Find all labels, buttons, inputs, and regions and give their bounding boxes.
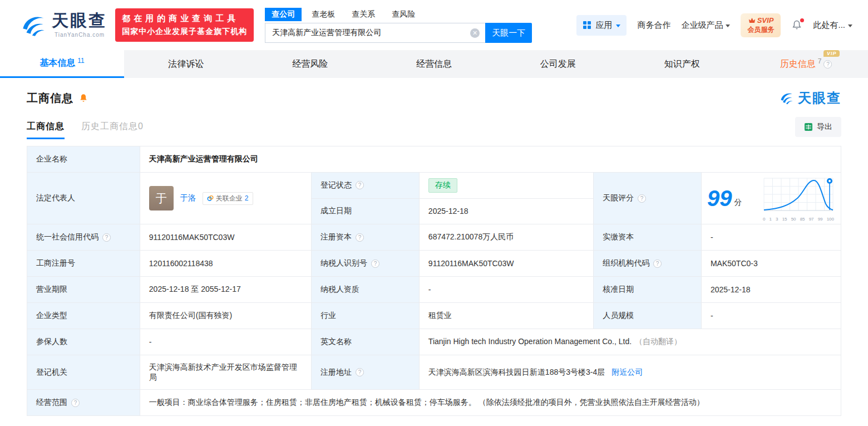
help-icon[interactable] [102, 233, 111, 242]
company-type-label: 企业类型 [27, 303, 140, 329]
account-menu[interactable]: 此处有... [813, 20, 852, 31]
business-scope-value: 一般项目：商业综合体管理服务；住房租赁；非居住房地产租赁；机械设备租赁；停车场服… [140, 390, 841, 416]
score-value: 99 [707, 187, 732, 209]
section-title: 工商信息 [27, 91, 73, 106]
help-icon[interactable] [71, 399, 80, 407]
tab-label: 基本信息 [40, 57, 75, 69]
tab-operation-info[interactable]: 经营信息 [372, 50, 496, 78]
help-icon[interactable] [638, 194, 646, 203]
export-button[interactable]: 导出 [795, 117, 841, 137]
header-right: 应用 商务合作 企业级产品 SVIP 会员服务 [576, 13, 852, 37]
help-icon[interactable] [356, 181, 364, 189]
help-icon[interactable] [356, 368, 364, 376]
svip-membership[interactable]: SVIP 会员服务 [741, 13, 781, 37]
business-scope-label: 经营范围 [27, 390, 140, 416]
tab-label: 历史信息 [780, 58, 816, 70]
search-tab-relation[interactable]: 查关系 [345, 8, 382, 21]
search-input-wrap [265, 23, 485, 43]
help-icon[interactable] [371, 259, 379, 268]
notification-bell[interactable] [791, 19, 802, 31]
tab-history-info[interactable]: 历史信息 7 VIP [744, 50, 868, 78]
tab-label: 经营信息 [416, 58, 452, 70]
search-bar: 天眼一下 [265, 23, 532, 43]
svip-subtitle: 会员服务 [747, 25, 774, 35]
paid-in-capital-value: - [701, 224, 841, 251]
legal-rep-avatar[interactable]: 于 [149, 186, 174, 210]
watermark-text: 天眼查 [798, 89, 841, 107]
search-tab-boss[interactable]: 查老板 [305, 8, 342, 21]
main-content: 工商信息 天眼查 工商信息 历史工商信息0 导出 [0, 89, 868, 416]
business-info-table: 企业名称 天津高新产业运营管理有限公司 法定代表人 于 于洛 关联企业 2 [27, 146, 841, 416]
tab-operation-risk[interactable]: 经营风险 [248, 50, 372, 78]
org-code-value: MAK50TC0-3 [701, 251, 841, 277]
table-row: 工商注册号 120116002118438 纳税人识别号 91120116MAK… [27, 251, 841, 277]
tab-basic-info[interactable]: 基本信息 11 [0, 50, 124, 78]
company-name-label: 企业名称 [27, 146, 140, 173]
related-label: 关联企业 [216, 194, 243, 203]
business-term-label: 营业期限 [27, 277, 140, 303]
tab-intellectual-property[interactable]: 知识产权 [620, 50, 744, 78]
chevron-down-icon [726, 25, 730, 27]
section-header: 工商信息 天眼查 [27, 89, 841, 107]
tianyancha-watermark-icon [779, 90, 795, 106]
legal-rep-name-link[interactable]: 于洛 [180, 193, 196, 203]
help-icon[interactable] [823, 60, 832, 68]
taxpayer-id-label: 纳税人识别号 [312, 251, 420, 277]
related-companies-badge[interactable]: 关联企业 2 [203, 192, 253, 205]
apps-menu[interactable]: 应用 [576, 15, 627, 36]
business-cooperation-link[interactable]: 商务合作 [637, 20, 670, 31]
taxpayer-qualification-value: - [419, 277, 593, 303]
company-type-value: 有限责任公司(国有独资) [140, 303, 311, 329]
registered-address-value: 天津滨海高新区滨海科技园日新道188号3号楼3-4层 [428, 368, 605, 376]
registration-number-label: 工商注册号 [27, 251, 140, 277]
english-name-value: Tianjin High tech Industry Operation Man… [428, 337, 632, 346]
credit-code-value: 91120116MAK50TC03W [140, 224, 311, 251]
taxpayer-id-value: 91120116MAK50TC03W [419, 251, 593, 277]
clear-search-icon[interactable] [470, 28, 480, 38]
promo-line1: 都在用的商业查询工具 [122, 13, 247, 24]
registered-capital-value: 687472.210078万人民币 [419, 224, 593, 251]
registry-authority-value: 天津滨海高新技术产业开发区市场监督管理局 [140, 355, 311, 390]
table-row: 企业名称 天津高新产业运营管理有限公司 [27, 146, 841, 173]
subtab-business-info[interactable]: 工商信息 [27, 121, 65, 139]
company-section-tabs: 基本信息 11 法律诉讼 经营风险 经营信息 公司发展 知识产权 历史信息 7 … [0, 50, 868, 78]
help-icon[interactable] [653, 259, 662, 268]
status-badge: 存续 [428, 178, 457, 193]
table-row: 经营范围 一般项目：商业综合体管理服务；住房租赁；非居住房地产租赁；机械设备租赁… [27, 390, 841, 416]
promo-line2: 国家中小企业发展子基金旗下机构 [122, 27, 247, 37]
score-unit: 分 [734, 198, 742, 208]
industry-label: 行业 [312, 303, 420, 329]
tianyan-score: 99 分 [707, 175, 835, 222]
table-row: 法定代表人 于 于洛 关联企业 2 登记 [27, 173, 841, 199]
nearby-companies-link[interactable]: 附近公司 [611, 368, 643, 376]
establish-date-value: 2025-12-18 [419, 198, 593, 224]
promo-banner: 都在用的商业查询工具 国家中小企业发展子基金旗下机构 [115, 8, 254, 42]
export-label: 导出 [817, 122, 832, 132]
related-count: 2 [245, 194, 249, 202]
table-row: 企业类型 有限责任公司(国有独资) 行业 租赁业 人员规模 - [27, 303, 841, 329]
subtab-history-business-info[interactable]: 历史工商信息0 [81, 121, 144, 139]
cooperation-label: 商务合作 [637, 20, 670, 31]
tab-company-development[interactable]: 公司发展 [496, 50, 620, 78]
english-name-label: 英文名称 [312, 329, 420, 355]
registration-number-value: 120116002118438 [140, 251, 311, 277]
vip-badge: VIP [823, 50, 840, 57]
related-companies-icon [207, 195, 214, 202]
table-row: 参保人数 - 英文名称 Tianjin High tech Industry O… [27, 329, 841, 355]
reminder-bell-icon[interactable] [78, 93, 88, 103]
search-button[interactable]: 天眼一下 [485, 23, 532, 43]
enterprise-products-menu[interactable]: 企业级产品 [681, 20, 730, 31]
tab-label: 经营风险 [292, 58, 328, 70]
search-input[interactable] [265, 28, 485, 37]
search-tab-risk[interactable]: 查风险 [385, 8, 422, 21]
industry-value: 租赁业 [419, 303, 593, 329]
tianyancha-logo[interactable]: 天眼查 TianYanCha.com [19, 11, 107, 39]
paid-in-capital-label: 实缴资本 [594, 224, 702, 251]
status-label: 登记状态 [312, 173, 420, 199]
help-icon[interactable] [356, 233, 364, 242]
table-row: 营业期限 2025-12-18 至 2055-12-17 纳税人资质 - 核准日… [27, 277, 841, 303]
logo-text: 天眼查 TianYanCha.com [52, 12, 107, 38]
tab-legal-proceedings[interactable]: 法律诉讼 [124, 50, 248, 78]
tab-label: 公司发展 [540, 58, 576, 70]
search-tab-company[interactable]: 查公司 [265, 8, 302, 21]
